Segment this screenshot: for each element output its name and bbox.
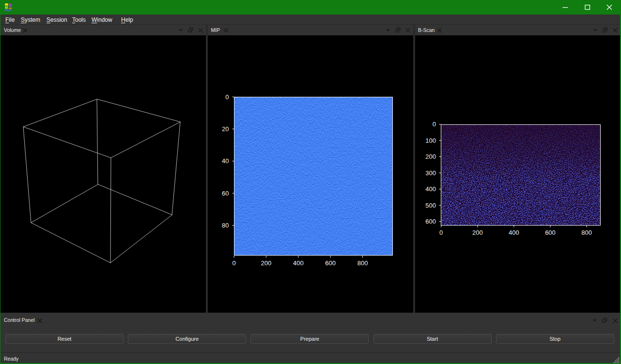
svg-text:800: 800: [357, 259, 368, 267]
svg-text:800: 800: [581, 229, 592, 236]
svg-text:200: 200: [425, 153, 436, 160]
svg-text:40: 40: [222, 157, 229, 165]
svg-text:100: 100: [425, 137, 436, 144]
svg-text:80: 80: [222, 222, 229, 229]
svg-text:60: 60: [222, 190, 229, 197]
svg-text:200: 200: [261, 259, 272, 267]
svg-text:0: 0: [439, 229, 443, 236]
svg-text:500: 500: [425, 202, 436, 209]
svg-text:600: 600: [325, 259, 336, 267]
svg-text:0: 0: [225, 93, 229, 101]
svg-text:600: 600: [425, 218, 436, 225]
svg-text:400: 400: [425, 185, 436, 193]
svg-text:400: 400: [509, 229, 519, 236]
svg-text:400: 400: [293, 259, 304, 267]
svg-text:0: 0: [433, 121, 436, 128]
svg-text:0: 0: [232, 259, 235, 267]
svg-text:300: 300: [425, 169, 436, 177]
svg-text:20: 20: [222, 125, 229, 133]
svg-text:200: 200: [472, 229, 483, 236]
svg-text:600: 600: [545, 229, 556, 236]
